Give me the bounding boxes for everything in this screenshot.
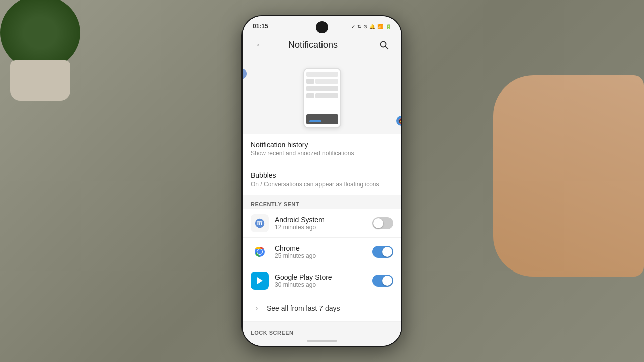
home-bar <box>307 340 337 342</box>
chrome-divider <box>364 243 364 261</box>
svg-rect-3 <box>257 221 263 222</box>
illus-bottom-bar <box>306 114 338 124</box>
bell-icon: 🔔 <box>369 24 375 29</box>
chrome-name: Chrome <box>275 244 356 252</box>
android-system-icon <box>251 214 269 232</box>
content-area: ⚙ <box>243 58 401 336</box>
battery-icon: 🔋 <box>385 24 391 29</box>
google-play-info: Google Play Store 30 minutes ago <box>275 273 356 288</box>
illustration-gear-icon: ⚙ <box>243 68 247 79</box>
bubbles-desc: On / Conversations can appear as floatin… <box>251 180 393 188</box>
status-time: 01:15 <box>253 23 268 30</box>
hand-decoration <box>493 75 644 277</box>
notification-history-item[interactable]: Notification history Show recent and sno… <box>243 134 401 164</box>
svg-point-0 <box>381 41 386 47</box>
notification-history-title: Notification history <box>251 141 393 149</box>
google-play-toggle[interactable] <box>372 275 393 287</box>
phone-body: 01:15 ✓ ⇅ ⊙ 🔔 📶 🔋 ← Notifications <box>242 15 403 347</box>
google-play-time: 30 minutes ago <box>275 281 356 288</box>
plant-pot <box>10 60 70 101</box>
chrome-time: 25 minutes ago <box>275 252 356 259</box>
android-system-name: Android System <box>275 216 356 224</box>
illustration-mute-icon: 🔕 <box>396 116 401 126</box>
status-icons: ✓ ⇅ ⊙ 🔔 📶 🔋 <box>351 24 391 29</box>
page-title: Notifications <box>251 40 375 50</box>
notification-illustration: ⚙ <box>243 58 401 134</box>
android-system-toggle[interactable] <box>372 217 393 229</box>
android-toggle-thumb <box>373 218 383 228</box>
phone-screen: 01:15 ✓ ⇅ ⊙ 🔔 📶 🔋 ← Notifications <box>243 16 401 346</box>
android-system-info: Android System 12 minutes ago <box>275 216 356 231</box>
play-divider <box>364 272 364 290</box>
app-bar: ← Notifications <box>243 32 401 58</box>
home-indicator <box>243 336 401 346</box>
svg-line-1 <box>385 46 388 49</box>
notification-history-desc: Show recent and snoozed notifications <box>251 150 393 157</box>
svg-point-7 <box>257 249 262 254</box>
plant-leaves <box>0 0 80 70</box>
android-system-time: 12 minutes ago <box>275 224 356 231</box>
play-toggle-thumb <box>382 276 392 286</box>
illus-notif-1 <box>306 72 338 77</box>
google-play-icon <box>251 272 269 290</box>
arrows-icon: ⇅ <box>357 24 361 29</box>
search-button[interactable] <box>375 36 393 54</box>
google-play-name: Google Play Store <box>275 273 356 281</box>
chrome-info: Chrome 25 minutes ago <box>275 244 356 259</box>
phone-device: 01:15 ✓ ⇅ ⊙ 🔔 📶 🔋 ← Notifications <box>242 15 403 347</box>
plant-decoration <box>0 0 101 101</box>
google-play-item[interactable]: Google Play Store 30 minutes ago <box>243 266 401 295</box>
camera-icon: ⊙ <box>363 24 367 29</box>
check-icon: ✓ <box>351 24 355 29</box>
phone-illustration <box>303 68 341 128</box>
chrome-toggle-thumb <box>382 247 392 257</box>
search-icon <box>379 40 389 50</box>
chrome-toggle[interactable] <box>372 246 393 258</box>
see-all-text: See all from last 7 days <box>267 304 340 312</box>
recently-sent-header: RECENTLY SENT <box>243 195 401 209</box>
wifi-icon: 📶 <box>377 24 383 29</box>
see-all-item[interactable]: › See all from last 7 days <box>243 295 401 322</box>
lock-screen-header: LOCK SCREEN <box>243 322 401 336</box>
phone-notch <box>316 21 328 33</box>
bubbles-item[interactable]: Bubbles On / Conversations can appear as… <box>243 164 401 195</box>
bubbles-title: Bubbles <box>251 171 393 179</box>
chevron-right-icon: › <box>251 302 263 314</box>
illus-notif-2 <box>306 86 338 91</box>
chrome-item[interactable]: Chrome 25 minutes ago <box>243 238 401 266</box>
scene: 01:15 ✓ ⇅ ⊙ 🔔 📶 🔋 ← Notifications <box>0 0 644 362</box>
android-divider <box>364 214 364 232</box>
android-system-item[interactable]: Android System 12 minutes ago <box>243 209 401 238</box>
chrome-icon <box>251 243 269 261</box>
